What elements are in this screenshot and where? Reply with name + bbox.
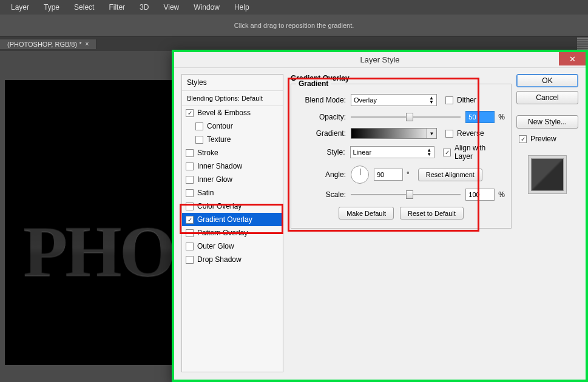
- style-item-label: Drop Shadow: [197, 255, 242, 264]
- dither-label: Dither: [457, 96, 476, 104]
- menu-type[interactable]: Type: [38, 3, 66, 12]
- dialog-close-button[interactable]: ✕: [559, 52, 586, 65]
- style-item-texture[interactable]: Texture: [182, 133, 283, 146]
- gradient-label: Gradient:: [297, 129, 351, 138]
- style-item-stroke[interactable]: Stroke: [182, 146, 283, 159]
- style-checkbox[interactable]: [195, 122, 203, 130]
- menu-3d[interactable]: 3D: [133, 3, 155, 12]
- align-checkbox[interactable]: [443, 149, 451, 156]
- style-checkbox[interactable]: [186, 243, 194, 250]
- style-item-label: Stroke: [197, 149, 218, 157]
- group-legend: Gradient: [296, 79, 331, 88]
- opacity-slider[interactable]: [351, 112, 461, 122]
- menu-window[interactable]: Window: [188, 3, 226, 12]
- pct-label-2: %: [498, 190, 505, 199]
- settings-panel: Gradient Overlay Gradient Blend Mode: Ov…: [283, 74, 516, 372]
- style-item-drop-shadow[interactable]: Drop Shadow: [182, 253, 283, 266]
- preview-checkbox[interactable]: [519, 135, 527, 143]
- new-style-button[interactable]: New Style...: [516, 115, 578, 129]
- style-item-label: Gradient Overlay: [197, 215, 252, 224]
- menu-select[interactable]: Select: [68, 3, 100, 12]
- styles-list: Styles Blending Options: Default Bevel &…: [181, 74, 283, 372]
- preview-label: Preview: [530, 135, 556, 143]
- chevron-down-icon[interactable]: ▼: [427, 129, 436, 138]
- cancel-button[interactable]: Cancel: [516, 91, 578, 104]
- style-item-label: Color Overlay: [197, 202, 242, 210]
- gradient-picker[interactable]: ▼: [351, 128, 437, 139]
- style-checkbox[interactable]: [195, 136, 203, 144]
- style-checkbox[interactable]: [186, 229, 194, 237]
- style-checkbox[interactable]: [186, 149, 194, 157]
- reverse-checkbox[interactable]: [445, 130, 453, 138]
- style-checkbox[interactable]: [186, 256, 194, 264]
- style-checkbox[interactable]: [186, 163, 194, 170]
- style-item-bevel-emboss[interactable]: Bevel & Emboss: [182, 106, 283, 119]
- close-icon[interactable]: ×: [85, 41, 89, 47]
- style-item-label: Texture: [207, 135, 231, 144]
- style-item-satin[interactable]: Satin: [182, 186, 283, 199]
- opacity-input[interactable]: 50: [465, 111, 495, 123]
- document-tabbar: (PHOTOSHOP, RGB/8) * ×: [0, 36, 588, 51]
- angle-input[interactable]: 90: [374, 169, 403, 181]
- gradient-group: Gradient Blend Mode: Overlay▲▼ Dither Op…: [291, 84, 512, 229]
- style-select[interactable]: Linear▲▼: [350, 146, 435, 158]
- style-item-gradient-overlay[interactable]: Gradient Overlay: [182, 213, 283, 226]
- document-tab-label: (PHOTOSHOP, RGB/8) *: [7, 41, 81, 48]
- style-item-label: Satin: [197, 189, 214, 197]
- blending-options-header[interactable]: Blending Options: Default: [182, 91, 283, 106]
- make-default-button[interactable]: Make Default: [339, 207, 394, 219]
- dialog-title-bar[interactable]: Layer Style ✕: [174, 52, 586, 68]
- deg-label: °: [407, 170, 410, 179]
- style-item-outer-glow[interactable]: Outer Glow: [182, 240, 283, 253]
- dither-checkbox[interactable]: [445, 96, 453, 104]
- angle-label: Angle:: [297, 170, 351, 179]
- style-checkbox[interactable]: [186, 109, 194, 117]
- scale-slider[interactable]: [351, 189, 461, 200]
- style-checkbox[interactable]: [186, 189, 194, 197]
- scale-label: Scale:: [297, 190, 351, 199]
- style-item-label: Pattern Overlay: [197, 229, 248, 237]
- pct-label: %: [498, 113, 505, 121]
- layer-style-dialog: Layer Style ✕ Styles Blending Options: D…: [172, 50, 588, 382]
- angle-dial[interactable]: [351, 166, 369, 184]
- align-label: Align with Layer: [455, 144, 505, 161]
- menu-filter[interactable]: Filter: [103, 3, 131, 12]
- reverse-label: Reverse: [457, 129, 484, 138]
- opacity-label: Opacity:: [297, 113, 351, 121]
- style-item-contour[interactable]: Contour: [182, 119, 283, 133]
- blend-mode-select[interactable]: Overlay▲▼: [351, 94, 437, 106]
- style-item-label: Bevel & Emboss: [197, 109, 251, 117]
- style-item-label: Outer Glow: [197, 242, 234, 250]
- style-checkbox[interactable]: [186, 176, 194, 184]
- options-bar: Click and drag to reposition the gradien…: [0, 15, 588, 36]
- document-tab[interactable]: (PHOTOSHOP, RGB/8) * ×: [0, 39, 96, 49]
- dialog-title: Layer Style: [360, 55, 399, 64]
- app-menubar: Layer Type Select Filter 3D View Window …: [0, 0, 588, 15]
- ok-button[interactable]: OK: [516, 74, 578, 87]
- preview-thumbnail: [528, 155, 567, 194]
- canvas-text: PHO: [23, 210, 174, 293]
- menu-help[interactable]: Help: [228, 3, 255, 12]
- menu-layer[interactable]: Layer: [5, 3, 35, 12]
- style-item-label: Contour: [207, 122, 233, 130]
- style-label: Style:: [297, 148, 350, 156]
- style-item-label: Inner Glow: [197, 175, 232, 184]
- menu-view[interactable]: View: [157, 3, 185, 12]
- scale-input[interactable]: 100: [465, 189, 495, 201]
- reset-alignment-button[interactable]: Reset Alignment: [418, 169, 482, 181]
- style-item-inner-glow[interactable]: Inner Glow: [182, 173, 283, 186]
- dialog-side-buttons: OK Cancel New Style... Preview: [516, 74, 578, 372]
- reset-default-button[interactable]: Reset to Default: [400, 207, 464, 219]
- style-item-pattern-overlay[interactable]: Pattern Overlay: [182, 226, 283, 240]
- panel-grip-icon[interactable]: [577, 37, 588, 52]
- blend-mode-label: Blend Mode:: [297, 96, 351, 104]
- options-hint: Click and drag to reposition the gradien…: [234, 22, 354, 29]
- styles-header[interactable]: Styles: [182, 75, 283, 91]
- style-item-inner-shadow[interactable]: Inner Shadow: [182, 159, 283, 173]
- style-item-color-overlay[interactable]: Color Overlay: [182, 199, 283, 213]
- style-checkbox[interactable]: [186, 216, 194, 224]
- style-item-label: Inner Shadow: [197, 162, 242, 170]
- style-checkbox[interactable]: [186, 203, 194, 210]
